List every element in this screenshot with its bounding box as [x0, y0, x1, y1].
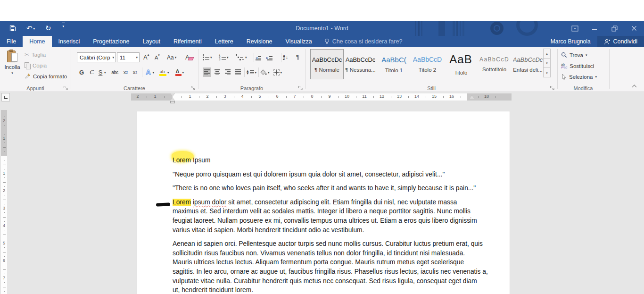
shrink-font-button[interactable]: A▾ [155, 52, 160, 62]
text-line: Mauris ultrices lectus lectus. Aliquam f… [173, 258, 484, 267]
style-titolo-1[interactable]: AaBbC(Titolo 1 [377, 49, 411, 79]
font-color-button[interactable]: A [173, 68, 182, 76]
clipboard-dialog-launcher[interactable] [63, 85, 68, 91]
text-effects-button[interactable]: A [144, 68, 153, 76]
ruler-text-area [173, 93, 467, 101]
subscript-button[interactable]: x2 [121, 69, 131, 75]
alignment-buttons: ▴▾ ▾ ▾ ▾ [203, 67, 282, 78]
sort-button[interactable]: AZ↓ [283, 52, 288, 62]
clear-formatting-button[interactable]: A [185, 52, 190, 62]
horizontal-ruler: 211234567891011121314151618 [131, 93, 512, 101]
shading-button[interactable] [261, 69, 267, 75]
find-button[interactable]: Trova ▾ [561, 50, 609, 60]
text-highlight-button[interactable]: ab [157, 69, 167, 76]
tell-me-box[interactable]: Che cosa si desidera fare? [319, 36, 408, 47]
borders-button[interactable] [273, 69, 280, 76]
ribbon-display-options-button[interactable] [565, 21, 585, 36]
chevron-down-icon[interactable]: ▾ [104, 71, 106, 74]
tab-progettazione[interactable]: Progettazione [86, 36, 136, 47]
ribbon: Incolla ▾ ✂ Taglia Copia Copia formato A… [0, 47, 644, 92]
ruler-tick [408, 96, 409, 98]
chevron-down-icon[interactable]: ▾ [210, 56, 212, 59]
chevron-down-icon[interactable]: ▾ [281, 71, 282, 74]
show-paragraph-marks-button[interactable]: ¶ [296, 52, 299, 62]
justify-button[interactable] [234, 67, 242, 77]
chevron-down-icon[interactable]: ▾ [153, 71, 155, 74]
align-right-button[interactable] [223, 67, 232, 77]
replace-button[interactable]: ab⇄ac Sostituisci [561, 60, 609, 71]
bold-button[interactable]: G [76, 69, 87, 76]
cut-button[interactable]: ✂ Taglia [25, 49, 70, 60]
tab-home[interactable]: Home [23, 36, 51, 47]
tab-inserisci[interactable]: Inserisci [52, 36, 87, 47]
chevron-down-icon[interactable]: ▾ [595, 75, 597, 78]
style-sottotitolo[interactable]: AaBbCcDSottotitolo [478, 49, 511, 79]
chevron-down-icon[interactable]: ▾ [167, 71, 169, 74]
copy-button[interactable]: Copia [25, 60, 70, 71]
style-scroll-down-button[interactable]: ▼ [543, 58, 551, 68]
tab-revisione[interactable]: Revisione [240, 36, 279, 47]
share-button[interactable]: Condividi [597, 36, 644, 47]
chevron-down-icon[interactable]: ▾ [268, 71, 270, 74]
ruler-tick [491, 97, 491, 97]
chevron-down-icon[interactable]: ▾ [227, 56, 229, 59]
strikethrough-button[interactable]: abc [109, 70, 121, 75]
right-indent-marker[interactable] [470, 95, 474, 99]
tab-stop-selector[interactable] [1, 93, 10, 101]
tab-layout[interactable]: Layout [136, 36, 167, 47]
document-text[interactable]: Lorem Ipsum"Neque porro quisquam est qui… [173, 156, 484, 294]
underline-button[interactable]: S [97, 69, 104, 76]
document-page[interactable]: Lorem Ipsum"Neque porro quisquam est qui… [137, 111, 510, 294]
left-indent-marker[interactable] [170, 101, 175, 103]
style--nessuna-[interactable]: AaBbCcDc¶ Nessuna... [344, 49, 377, 79]
numbering-button[interactable]: 123 ▾ [219, 52, 229, 62]
restore-button[interactable] [604, 21, 624, 36]
tab-visualizza[interactable]: Visualizza [279, 36, 319, 47]
font-dialog-launcher[interactable] [190, 85, 196, 91]
chevron-down-icon[interactable]: ▾ [255, 71, 257, 74]
window-title: Documento1 - Word [0, 21, 644, 36]
increase-indent-button[interactable]: ▸ [267, 52, 272, 62]
first-line-indent-marker[interactable] [170, 93, 175, 96]
bullets-button[interactable]: ▾ [203, 52, 212, 62]
align-left-button[interactable] [203, 67, 211, 77]
line-spacing-button[interactable]: ▴▾ [247, 70, 254, 75]
close-button[interactable] [624, 21, 644, 36]
grow-font-button[interactable]: A▴ [143, 52, 149, 62]
font-name-combo[interactable]: Calibri (Corp▾ [77, 52, 116, 62]
decrease-indent-button[interactable]: ◂ [256, 52, 261, 62]
style-titolo[interactable]: AaBTitolo [444, 49, 478, 79]
tab-stop-icon [4, 96, 8, 99]
paste-button[interactable]: Incolla ▾ [3, 50, 22, 82]
paragraph-dialog-launcher[interactable] [298, 85, 303, 91]
font-size-combo[interactable]: 11▾ [117, 52, 140, 62]
chevron-down-icon[interactable]: ▾ [586, 53, 587, 57]
collapse-ribbon-button[interactable] [632, 84, 637, 89]
styles-dialog-launcher[interactable] [550, 85, 555, 91]
user-name[interactable]: Marco Brugnola [544, 36, 597, 47]
italic-button[interactable]: C [87, 68, 97, 76]
align-center-button[interactable] [213, 67, 222, 77]
style--normale[interactable]: AaBbCcDc¶ Normale [310, 49, 344, 79]
bullet-list-icon [203, 54, 209, 60]
grow-font-icon: A [143, 54, 148, 61]
chevron-down-icon[interactable]: ▾ [182, 71, 184, 74]
paragraph-group-label: Paragrafo [198, 85, 305, 91]
style-titolo-2[interactable]: AaBbCcDTitolo 2 [411, 49, 444, 79]
format-painter-button[interactable]: Copia formato [25, 71, 70, 82]
tab-riferimenti[interactable]: Riferimenti [167, 36, 208, 47]
superscript-button[interactable]: x2 [131, 69, 140, 75]
style-enfasi-deli-[interactable]: AaBbCcDcEnfasi deli... [511, 49, 545, 79]
style-gallery-more-button[interactable]: ▼ [543, 67, 551, 77]
minimize-button[interactable] [585, 21, 604, 36]
tab-file[interactable]: File [0, 36, 23, 47]
ruler-tick [4, 177, 5, 178]
hanging-indent-marker[interactable] [170, 98, 175, 101]
select-button[interactable]: Seleziona ▾ [561, 71, 609, 82]
style-scroll-up-button[interactable]: ▲ [543, 49, 551, 59]
change-case-button[interactable]: Aa▾ [167, 52, 176, 62]
ruler-number: 3 [1, 206, 7, 210]
chevron-down-icon[interactable]: ▾ [245, 56, 247, 59]
multilevel-list-button[interactable]: ▾ [236, 52, 247, 62]
tab-lettere[interactable]: Lettere [208, 36, 240, 47]
